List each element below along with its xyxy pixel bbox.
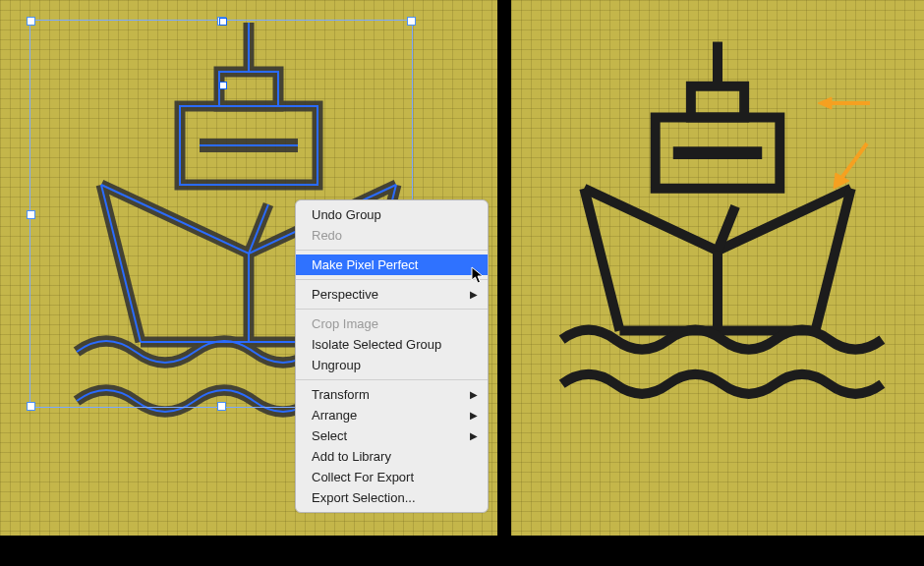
menu-item-redo: Redo: [296, 225, 488, 246]
resize-handle-s[interactable]: [217, 402, 226, 411]
menu-separator: [296, 279, 488, 280]
svg-line-2: [839, 143, 867, 181]
menu-item-perspective[interactable]: Perspective ▶: [296, 284, 488, 305]
menu-separator: [296, 250, 488, 251]
annotation-arrow-icon: [816, 93, 875, 113]
resize-handle-sw[interactable]: [27, 402, 35, 411]
menu-item-label: Arrange: [312, 408, 357, 423]
menu-item-label: Perspective: [312, 287, 378, 302]
ship-artwork-result: [531, 8, 904, 440]
chevron-right-icon: ▶: [470, 286, 478, 303]
menu-item-isolate-selected-group[interactable]: Isolate Selected Group: [296, 334, 488, 355]
menu-separator: [296, 379, 488, 380]
resize-handle-nw[interactable]: [27, 17, 35, 26]
chevron-right-icon: ▶: [470, 386, 478, 403]
path-anchor[interactable]: [219, 18, 227, 26]
menu-item-add-to-library[interactable]: Add to Library: [296, 446, 488, 467]
menu-item-make-pixel-perfect[interactable]: Make Pixel Perfect: [296, 255, 488, 275]
menu-separator: [296, 309, 488, 310]
path-anchor[interactable]: [219, 82, 227, 89]
right-canvas[interactable]: [511, 0, 924, 536]
menu-item-label: Select: [312, 428, 347, 443]
menu-item-select[interactable]: Select ▶: [296, 425, 488, 446]
menu-item-crop-image: Crop Image: [296, 313, 488, 334]
menu-item-transform[interactable]: Transform ▶: [296, 384, 488, 405]
menu-item-arrange[interactable]: Arrange ▶: [296, 405, 488, 425]
menu-item-undo-group[interactable]: Undo Group: [296, 204, 488, 225]
chevron-right-icon: ▶: [470, 427, 478, 444]
menu-item-export-selection[interactable]: Export Selection...: [296, 487, 488, 508]
resize-handle-ne[interactable]: [407, 17, 416, 26]
annotation-arrow-icon: [826, 138, 875, 197]
chevron-right-icon: ▶: [470, 407, 478, 424]
context-menu[interactable]: Undo Group Redo Make Pixel Perfect Persp…: [295, 199, 489, 513]
menu-item-ungroup[interactable]: Ungroup: [296, 355, 488, 375]
resize-handle-w[interactable]: [27, 210, 35, 219]
svg-marker-1: [818, 97, 832, 109]
menu-item-label: Transform: [312, 387, 370, 402]
comparison-stage: Undo Group Redo Make Pixel Perfect Persp…: [0, 0, 924, 566]
menu-item-collect-for-export[interactable]: Collect For Export: [296, 467, 488, 487]
